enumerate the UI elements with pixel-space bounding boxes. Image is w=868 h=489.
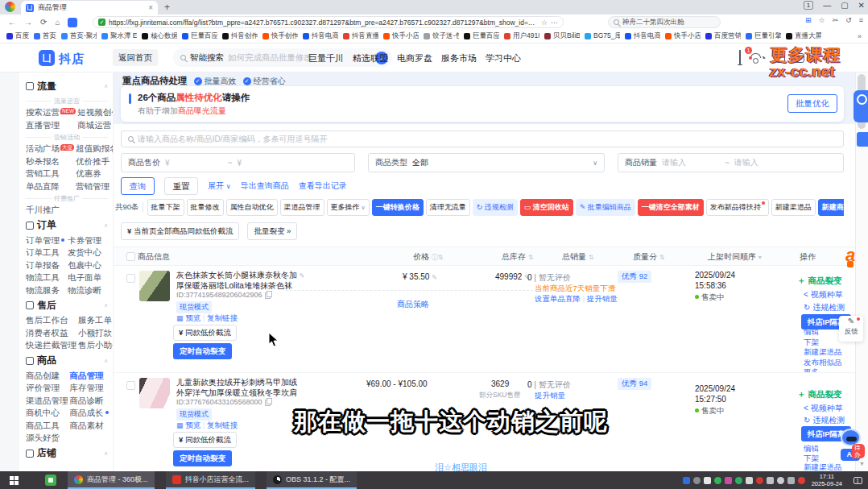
- sidebar-item[interactable]: 短视频创作: [77, 106, 114, 119]
- start-button[interactable]: [0, 471, 27, 489]
- toolbar-button[interactable]: 批量修改: [187, 199, 224, 216]
- sidebar-section-header[interactable]: 售后∧: [26, 296, 108, 314]
- apps-grid-icon[interactable]: ⊞: [805, 16, 812, 24]
- bookmark-item[interactable]: 饺子送-包: [424, 31, 459, 41]
- sidebar-item[interactable]: 源头好货: [26, 432, 68, 445]
- sidebar-item[interactable]: 小额打款: [78, 327, 114, 340]
- header-nav-item[interactable]: 电商罗盘: [397, 52, 432, 64]
- toolbar-button[interactable]: ▭ 清空回收站: [520, 199, 573, 216]
- timed-fission-button[interactable]: 定时自动裂变: [173, 343, 232, 359]
- sidebar-item[interactable]: 活动广场大促: [26, 143, 74, 155]
- goods-fission-link[interactable]: ＋ 商品裂变: [797, 276, 841, 287]
- reload-icon[interactable]: ⟳: [40, 18, 47, 27]
- bookmark-item[interactable]: 百度营销-推: [705, 31, 741, 41]
- sidebar-item[interactable]: 订单管理: [26, 234, 66, 247]
- maximize-button[interactable]: ▢: [841, 1, 848, 10]
- same-style-intercept-button[interactable]: ¥ 同款低价截流: [173, 325, 237, 341]
- toolbar-button[interactable]: ✎ 批量编辑商品: [576, 199, 635, 216]
- goods-type-filter[interactable]: 商品类型 全部 ∨: [368, 153, 605, 172]
- copy-link[interactable]: 复制链接: [207, 313, 238, 322]
- sidebar-item[interactable]: 服务工单: [78, 314, 114, 327]
- bookmark-item[interactable]: 聚水潭 ERP: [101, 31, 137, 41]
- tray-icon[interactable]: [767, 477, 774, 484]
- tab-close-icon[interactable]: ×: [148, 3, 153, 12]
- sidebar-item[interactable]: 超值购报名: [76, 143, 114, 155]
- video-seeding-link[interactable]: < 视频种草: [804, 289, 843, 300]
- preview-link[interactable]: 预览: [185, 313, 200, 322]
- action-center-icon[interactable]: 1: [847, 471, 868, 489]
- query-button[interactable]: 查询: [121, 177, 155, 195]
- close-button[interactable]: ✕: [858, 1, 865, 10]
- bookmark-item[interactable]: 贝贝BiliBili: [544, 31, 580, 41]
- header-nav-item[interactable]: 学习中心: [486, 52, 521, 64]
- sidebar-item[interactable]: 优价推手: [76, 155, 114, 168]
- menu-icon[interactable]: ≡: [859, 16, 863, 24]
- taskbar-task-button[interactable]: 商品管理 - 360极...: [68, 471, 155, 489]
- tray-icon[interactable]: [693, 477, 701, 484]
- browser-search-box[interactable]: 神舟二十第四次出舱: [608, 16, 721, 28]
- reset-button[interactable]: 重置: [164, 177, 198, 195]
- goods-search-input[interactable]: 请输入商品名称/商品ID/商家编码，多条可用逗号隔开: [121, 131, 844, 147]
- toolbar-button[interactable]: 清理无流量: [426, 199, 470, 216]
- tray-icon[interactable]: [683, 477, 690, 484]
- qrcode-icon[interactable]: ▦: [176, 421, 184, 429]
- goods-strategy-link[interactable]: 商品策略: [397, 299, 429, 310]
- toolbar-button[interactable]: 发布新品得扶持: [706, 199, 769, 216]
- bookmark-item[interactable]: 巨量百应Bu: [464, 31, 499, 41]
- tray-icon[interactable]: [746, 477, 753, 484]
- tray-icon[interactable]: [798, 477, 805, 484]
- tray-icon[interactable]: [787, 477, 795, 484]
- bookmark-item[interactable]: 首页-聚水: [61, 31, 97, 41]
- col-quality[interactable]: 质量分 ⇅: [633, 251, 664, 263]
- sidebar-item[interactable]: 商机中心: [26, 407, 68, 420]
- sidebar-item[interactable]: 直播管理: [26, 119, 76, 132]
- row-op-link[interactable]: 下架: [804, 338, 842, 348]
- more-dots-icon[interactable]: ⋯: [551, 19, 558, 27]
- row-op-link[interactable]: 编辑: [804, 444, 842, 454]
- sidebar-item[interactable]: 消费者权益: [26, 327, 76, 340]
- video-seeding-link[interactable]: < 视频种草: [804, 403, 843, 414]
- sidebar-item[interactable]: 电子面单: [68, 271, 108, 284]
- sidebar-item[interactable]: 订单工具: [26, 247, 66, 259]
- back-icon[interactable]: ←: [8, 18, 16, 27]
- sidebar-item[interactable]: 库存管理: [70, 382, 109, 395]
- home-icon[interactable]: ⌂: [55, 18, 60, 27]
- taskbar-task-button[interactable]: OBS 31.1.2 - 配置...: [267, 471, 357, 489]
- toolbar-button[interactable]: 渠道品管理: [280, 199, 324, 216]
- bookmark-item[interactable]: 巨量引擎工: [746, 31, 781, 41]
- browser-extension-icon[interactable]: [68, 18, 77, 27]
- sidebar-item[interactable]: 商城运营: [77, 119, 114, 132]
- sidebar-item[interactable]: 卡券管理: [68, 234, 108, 247]
- bookmark-item[interactable]: 用户491872: [504, 31, 539, 41]
- sidebar-item[interactable]: 营销管理: [76, 180, 114, 193]
- product-image[interactable]: [139, 378, 170, 408]
- toolbar-button[interactable]: 属性自动优化: [226, 199, 278, 216]
- sidebar-item[interactable]: 物流工具: [26, 271, 66, 284]
- boost-sales-link[interactable]: 提升销量: [587, 294, 618, 303]
- tray-icon[interactable]: [735, 477, 742, 484]
- bookmark-item[interactable]: 抖音直播伴: [343, 31, 378, 41]
- qrcode-icon[interactable]: ▦: [176, 314, 184, 322]
- sidebar-item[interactable]: 商品工具: [26, 420, 68, 433]
- row-op-link[interactable]: 发布相似品: [804, 358, 842, 368]
- sidebar-item[interactable]: 发货中心: [68, 247, 108, 259]
- bookmark-item[interactable]: 抖音创作服: [222, 31, 258, 41]
- header-nav-item[interactable]: 巨量千川: [308, 52, 344, 64]
- bookmark-item[interactable]: 核心数据-: [142, 31, 177, 41]
- price-range-filter[interactable]: 商品售价 ¥ ~ ¥: [121, 153, 355, 172]
- qianniu-float-icon[interactable]: a: [845, 245, 855, 266]
- header-nav-item[interactable]: 精选联盟: [353, 52, 388, 64]
- sidebar-item[interactable]: 商品创建: [26, 370, 68, 383]
- sidebar-section-header[interactable]: 商品∧: [26, 352, 108, 370]
- sidebar-section-header[interactable]: 店铺∧: [26, 445, 108, 462]
- minimize-button[interactable]: —: [823, 1, 831, 10]
- sidebar-section-header[interactable]: 订单∧: [26, 217, 108, 234]
- pinned-app-icon[interactable]: [45, 474, 56, 486]
- bookmark-item[interactable]: 抖音电商学: [303, 31, 338, 41]
- edit-icon[interactable]: ✎: [432, 274, 437, 281]
- tray-icon[interactable]: [725, 477, 732, 484]
- copy-icon[interactable]: [265, 398, 271, 405]
- sales-range-filter[interactable]: 商品销量 请输入 ~ 请输入: [618, 153, 844, 172]
- toolbar-button[interactable]: 一键转换价格: [372, 199, 424, 216]
- sidebar-item[interactable]: 搜索运营NEW: [26, 106, 76, 119]
